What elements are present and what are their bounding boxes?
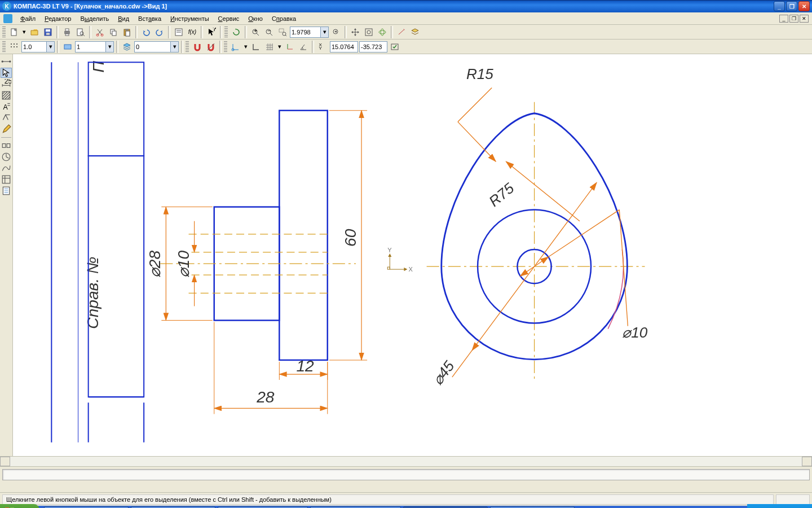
magnet-on-button[interactable] (191, 41, 204, 53)
grip-icon[interactable] (224, 27, 228, 38)
svg-text:Y: Y (319, 46, 322, 51)
angle-button[interactable] (297, 41, 310, 53)
linetype-combo[interactable]: ▾ (134, 41, 179, 52)
lineweight-input[interactable] (21, 41, 47, 52)
zoom-combo[interactable]: ▾ (290, 27, 329, 38)
zoom-window-button[interactable] (276, 26, 289, 38)
cut-button[interactable] (94, 26, 106, 38)
mdi-minimize[interactable]: _ (779, 15, 788, 23)
spline-tool[interactable] (1, 163, 12, 173)
redraw-button[interactable] (395, 26, 408, 38)
grip-icon[interactable] (2, 27, 6, 38)
dropdown-new[interactable]: ▾ (21, 26, 27, 38)
new-button[interactable] (8, 26, 20, 38)
menu-help[interactable]: Справка (267, 14, 301, 23)
linetype-input[interactable] (134, 41, 171, 52)
layer-combo[interactable]: ▾ (75, 41, 114, 52)
help-cursor-button[interactable]: ? (205, 26, 218, 38)
menu-editor[interactable]: Редактор (40, 14, 76, 23)
hatch-tool[interactable] (1, 90, 12, 100)
edit-tool[interactable] (1, 124, 12, 134)
h-scrollbar[interactable] (0, 456, 812, 466)
save-button[interactable] (42, 26, 54, 38)
layers-mgr-button[interactable] (121, 41, 133, 53)
refresh-button[interactable] (230, 26, 242, 38)
mdi-close[interactable]: ✕ (800, 15, 809, 23)
dimension-tool[interactable]: 25 (1, 79, 12, 89)
drawing-canvas[interactable]: Справ. № П ⌀28 (13, 54, 812, 456)
menu-file[interactable]: Файл (16, 14, 40, 23)
svg-line-9 (83, 34, 85, 36)
roughness-tool[interactable] (1, 113, 12, 123)
print-button[interactable] (61, 26, 73, 38)
orbit-button[interactable] (376, 26, 389, 38)
geometry-tool[interactable] (1, 56, 12, 67)
param-tool[interactable] (1, 141, 12, 151)
copy-button[interactable] (107, 26, 120, 38)
menu-service[interactable]: Сервис (214, 14, 244, 23)
ok-button[interactable] (389, 41, 401, 53)
coords-origin-button[interactable] (230, 41, 242, 53)
layers-button[interactable] (409, 26, 421, 38)
coords-dropdown[interactable]: ▾ (243, 41, 249, 53)
svg-line-108 (458, 122, 496, 161)
preview-button[interactable] (74, 26, 87, 38)
svg-point-38 (11, 46, 12, 47)
grip-icon[interactable] (224, 41, 227, 52)
minimize-button[interactable]: _ (774, 1, 785, 11)
app-icon: K (2, 2, 11, 11)
layer-input[interactable] (75, 41, 106, 52)
chevron-down-icon[interactable]: ▾ (106, 41, 114, 52)
y-coord-input[interactable] (359, 41, 387, 52)
lcs-button[interactable] (284, 41, 296, 53)
chevron-down-icon[interactable]: ▾ (171, 41, 179, 52)
chevron-down-icon[interactable]: ▾ (321, 27, 329, 38)
x-coord-input[interactable] (330, 41, 358, 52)
pan-button[interactable] (349, 26, 361, 38)
state-button[interactable] (61, 41, 74, 53)
menu-insert[interactable]: Вставка (134, 14, 166, 23)
properties-button[interactable] (173, 26, 185, 38)
text-tool[interactable]: A (1, 102, 12, 112)
spec-tool[interactable] (1, 174, 12, 185)
scroll-left[interactable] (0, 457, 10, 466)
svg-rect-66 (2, 176, 10, 183)
start-button[interactable]: Пуск (0, 504, 39, 508)
close-button[interactable]: ✕ (798, 1, 810, 11)
grid-button[interactable] (263, 41, 276, 53)
command-line[interactable] (2, 469, 810, 480)
grip-icon[interactable] (2, 41, 6, 52)
zoom-fit-button[interactable] (363, 26, 375, 38)
mdi-restore[interactable]: ❐ (789, 15, 798, 23)
magnet-off-button[interactable] (205, 41, 217, 53)
svg-rect-15 (125, 29, 129, 30)
snap-grid-icon[interactable] (8, 41, 20, 53)
svg-text:?: ? (213, 28, 216, 32)
ortho-button[interactable] (250, 41, 262, 53)
dropdown-grid[interactable]: ▾ (277, 41, 283, 53)
report-tool[interactable] (1, 186, 12, 196)
svg-rect-2 (46, 29, 50, 32)
zoom-in-button[interactable]: + (249, 26, 262, 38)
menu-select[interactable]: Выделить (76, 14, 113, 23)
chevron-down-icon[interactable]: ▾ (47, 41, 55, 52)
restore-button[interactable]: ❐ (786, 1, 797, 11)
zoom-prev-button[interactable] (330, 26, 342, 38)
system-tray[interactable]: EN « 8:19 (747, 504, 812, 508)
redo-button[interactable] (153, 26, 166, 38)
zoom-out-button[interactable]: − (263, 26, 275, 38)
menu-window[interactable]: Окно (244, 14, 267, 23)
select-tool[interactable] (1, 68, 12, 78)
menu-tools[interactable]: Инструменты (166, 14, 214, 23)
undo-button[interactable] (140, 26, 152, 38)
open-button[interactable] (28, 26, 41, 38)
lineweight-combo[interactable]: ▾ (21, 41, 55, 52)
zoom-input[interactable] (290, 27, 321, 38)
paste-button[interactable] (121, 26, 133, 38)
variables-button[interactable]: f(x) (186, 26, 198, 38)
xy-mode-button[interactable]: XY (316, 41, 329, 53)
grip-icon[interactable] (186, 41, 189, 52)
measure-tool[interactable] (1, 152, 12, 162)
menu-view[interactable]: Вид (113, 14, 134, 23)
scroll-right[interactable] (802, 457, 812, 466)
